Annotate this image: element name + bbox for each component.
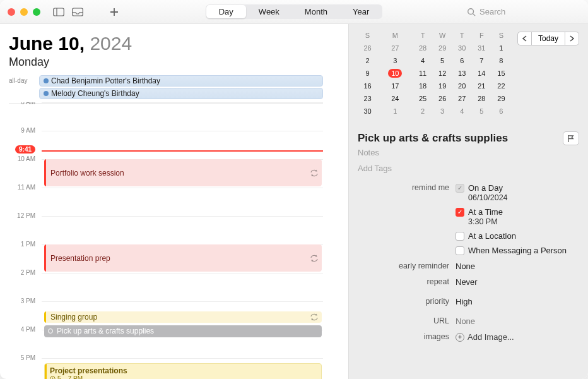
zoom-icon[interactable]	[33, 8, 40, 16]
at-a-time-checkbox[interactable]: At a Time	[456, 207, 579, 217]
mini-cal-day[interactable]: 5	[433, 54, 452, 67]
hour-label: 8 AM	[9, 102, 35, 105]
mini-cal-day[interactable]: 4	[413, 54, 433, 67]
hour-label: 2 PM	[9, 269, 35, 276]
mini-cal-day[interactable]: 21	[472, 80, 491, 92]
early-reminder-value[interactable]: None	[456, 262, 579, 271]
mini-cal-day[interactable]: 28	[413, 42, 433, 54]
mini-cal-day[interactable]: 17	[377, 80, 413, 92]
mini-cal-day[interactable]: 22	[491, 80, 511, 92]
notes-field[interactable]: Notes	[358, 148, 579, 157]
mini-cal-day[interactable]: 16	[358, 80, 377, 92]
mini-cal-day[interactable]: 25	[413, 92, 433, 105]
tab-year[interactable]: Year	[340, 5, 382, 18]
mini-cal-day[interactable]: 13	[452, 67, 472, 80]
mini-cal-day[interactable]: 23	[358, 92, 377, 105]
search-input[interactable]: Search	[467, 7, 580, 16]
mini-cal-day[interactable]: 24	[377, 92, 413, 105]
tab-day[interactable]: Day	[206, 5, 246, 18]
mini-cal-day[interactable]: 11	[413, 67, 433, 80]
mini-cal-day[interactable]: 2	[358, 54, 377, 67]
today-button[interactable]: Today	[531, 32, 565, 45]
mini-cal-day[interactable]: 30	[358, 105, 377, 117]
reminder-detail: Pick up arts & crafts supplies Notes Add…	[358, 131, 579, 342]
calendar-event[interactable]: Presentation prep	[44, 244, 322, 272]
mini-calendar[interactable]: SMTWTFS262728293031123456789101112131415…	[358, 32, 511, 117]
tab-month[interactable]: Month	[292, 5, 340, 18]
priority-label: priority	[358, 293, 449, 306]
mini-cal-day[interactable]: 7	[472, 54, 491, 67]
chevron-right-icon	[569, 35, 575, 42]
timeline[interactable]: 8 AM9 AM10 AM11 AM12 PM1 PM2 PM3 PM4 PM5…	[9, 102, 323, 379]
calendar-event[interactable]: Pick up arts & crafts supplies	[44, 325, 322, 337]
when-messaging-checkbox[interactable]: When Messaging a Person	[456, 246, 579, 255]
mini-cal-day[interactable]: 15	[491, 67, 511, 80]
mini-cal-day[interactable]: 4	[452, 105, 472, 117]
tab-week[interactable]: Week	[246, 5, 292, 18]
repeat-icon	[310, 169, 318, 177]
on-a-day-checkbox[interactable]: On a Day	[456, 183, 579, 193]
date-heading: June 10, 2024	[9, 33, 348, 54]
mini-cal-day[interactable]: 1	[491, 42, 511, 54]
mini-cal-day[interactable]: 29	[491, 92, 511, 105]
mini-cal-day[interactable]: 14	[472, 67, 491, 80]
hour-label: 12 PM	[9, 212, 35, 219]
checkbox-icon	[456, 232, 464, 241]
calendar-event[interactable]: Project presentations5 – 7 PM	[44, 363, 322, 379]
day-view: June 10, 2024 Monday all-day Chad Benjam…	[0, 24, 348, 379]
inbox-icon[interactable]	[71, 6, 85, 18]
close-icon[interactable]	[8, 8, 15, 16]
mini-cal-day[interactable]: 28	[472, 92, 491, 105]
mini-cal-day[interactable]: 20	[452, 80, 472, 92]
mini-cal-day[interactable]: 30	[452, 42, 472, 54]
remind-me-options: On a Day 06/10/2024 At a Time 3:30 PM At…	[456, 183, 579, 255]
sidebar-toggle-icon[interactable]	[52, 6, 66, 18]
mini-cal-day[interactable]: 1	[377, 105, 413, 117]
checkbox-label: At a Time	[468, 207, 503, 217]
at-a-time-value[interactable]: 3:30 PM	[468, 217, 579, 226]
all-day-section: all-day Chad Benjamin Potter's Birthday …	[9, 75, 323, 104]
repeat-icon	[310, 255, 318, 262]
url-value[interactable]: None	[456, 313, 579, 326]
mini-cal-day[interactable]: 5	[472, 105, 491, 117]
flag-button[interactable]	[563, 131, 579, 145]
mini-cal-day[interactable]: 6	[491, 105, 511, 117]
hour-label: 3 PM	[9, 298, 35, 304]
mini-cal-day[interactable]: 2	[413, 105, 433, 117]
mini-cal-day[interactable]: 18	[413, 80, 433, 92]
minimize-icon[interactable]	[20, 8, 28, 16]
mini-cal-day[interactable]: 27	[452, 92, 472, 105]
event-title: Melody Cheung's Birthday	[51, 89, 139, 98]
mini-cal-day[interactable]: 9	[358, 67, 377, 80]
mini-cal-day[interactable]: 19	[433, 80, 452, 92]
checkbox-label: When Messaging a Person	[468, 246, 567, 255]
calendar-event[interactable]: Singing group	[44, 311, 322, 323]
mini-cal-day[interactable]: 27	[377, 42, 413, 54]
flag-icon	[567, 135, 575, 143]
mini-cal-day[interactable]: 26	[433, 92, 452, 105]
on-a-day-value[interactable]: 06/10/2024	[468, 193, 579, 202]
mini-cal-day[interactable]: 10	[377, 67, 413, 80]
all-day-event[interactable]: Chad Benjamin Potter's Birthday	[39, 75, 323, 87]
mini-cal-day[interactable]: 3	[377, 54, 413, 67]
next-button[interactable]	[565, 32, 579, 45]
priority-value[interactable]: High	[456, 293, 579, 306]
tags-field[interactable]: Add Tags	[358, 164, 579, 173]
add-image-label: Add Image...	[467, 332, 514, 342]
mini-cal-day[interactable]: 29	[433, 42, 452, 54]
add-icon[interactable]	[107, 6, 121, 18]
mini-cal-day[interactable]: 12	[433, 67, 452, 80]
at-a-location-checkbox[interactable]: At a Location	[456, 231, 579, 241]
repeat-value[interactable]: Never	[456, 277, 579, 287]
titlebar: Day Week Month Year Search	[0, 0, 588, 24]
mini-cal-day[interactable]: 6	[452, 54, 472, 67]
all-day-event[interactable]: Melody Cheung's Birthday	[39, 88, 323, 99]
mini-cal-day[interactable]: 31	[472, 42, 491, 54]
calendar-event[interactable]: Portfolio work session	[44, 159, 322, 186]
mini-cal-day[interactable]: 3	[433, 105, 452, 117]
reminder-title[interactable]: Pick up arts & crafts supplies	[358, 132, 558, 145]
mini-cal-day[interactable]: 8	[491, 54, 511, 67]
add-image-button[interactable]: +Add Image...	[456, 332, 579, 342]
prev-button[interactable]	[517, 32, 531, 45]
mini-cal-day[interactable]: 26	[358, 42, 377, 54]
